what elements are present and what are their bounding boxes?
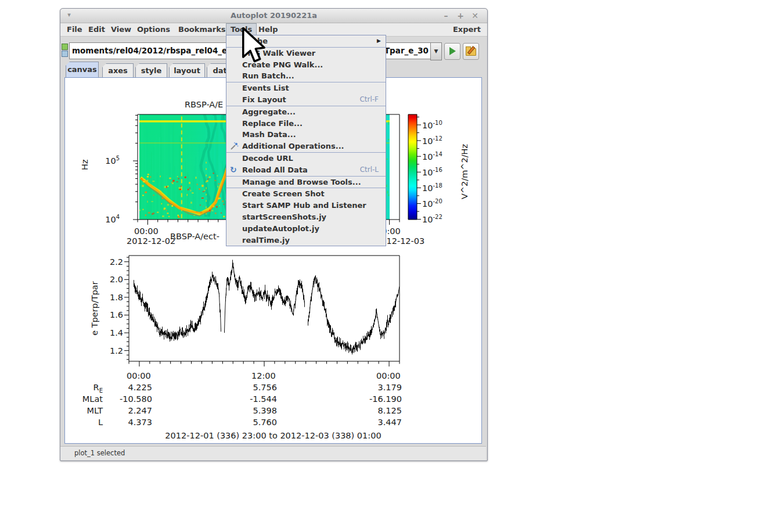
shortcut-label: Ctrl-F — [359, 94, 379, 106]
menu-item-label: Decode URL — [242, 154, 293, 163]
window-title: Autoplot 20190221a — [60, 11, 487, 20]
table-value: 5.760 — [231, 418, 277, 427]
tab-canvas[interactable]: canvas — [66, 62, 99, 77]
uri-dropdown-button[interactable]: ▼ — [430, 42, 442, 60]
menu-item-updateautoplot-jy[interactable]: updateAutoplot.jy — [226, 223, 386, 235]
tab-style-label: style — [141, 66, 162, 75]
menu-item-label: Aggregate... — [242, 107, 296, 116]
minimize-button[interactable]: – — [441, 10, 451, 21]
menu-options[interactable]: Options — [133, 23, 174, 36]
magic-wand-icon — [230, 142, 239, 151]
tools-menu-popup: Cache▶ PNG Walk Viewer Create PNG Walk..… — [226, 35, 386, 246]
menu-item-label: realTime.jy — [242, 236, 290, 245]
table-value: 4.225 — [106, 383, 152, 392]
menu-item-label: Manage and Browse Tools... — [242, 178, 361, 186]
colorbar[interactable] — [408, 114, 417, 220]
plot1-ytick-1e4: 104 — [93, 214, 120, 224]
table-value: 5.398 — [231, 406, 277, 415]
mouse-cursor — [241, 27, 269, 66]
plot2-ytick-5: 1.2 — [96, 346, 123, 355]
table-value: 3.179 — [355, 383, 402, 392]
time-range-label: 2012-12-01 (336) 23:00 to 2012-12-03 (33… — [64, 431, 482, 440]
menu-item-label: Create Screen Shot — [242, 189, 325, 198]
table-label-l: L — [68, 418, 103, 427]
table-label-mlt: MLT — [68, 406, 103, 415]
plot2-ytick-0: 2.2 — [96, 257, 123, 267]
inspect-uri-button[interactable] — [463, 43, 479, 60]
tab-layout[interactable]: layout — [169, 63, 205, 77]
table-value: 8.125 — [355, 406, 402, 415]
tab-axes[interactable]: axes — [102, 63, 134, 77]
menu-item-realtime-jy[interactable]: realTime.jy — [226, 235, 386, 246]
table-value: 4.373 — [106, 418, 152, 427]
plot2-ytick-3: 1.6 — [96, 310, 123, 319]
tab-layout-label: layout — [174, 66, 200, 75]
desktop: ▾ Autoplot 20190221a – + ✕ File Edit Vie… — [0, 0, 781, 532]
chevron-down-icon: ▼ — [434, 48, 438, 54]
menu-item-decode-url[interactable]: Decode URL — [226, 153, 386, 164]
tab-axes-label: axes — [108, 66, 128, 75]
shortcut-label: Ctrl-L — [360, 164, 379, 176]
close-button[interactable]: ✕ — [470, 10, 480, 21]
menu-item-create-screen-shot[interactable]: Create Screen Shot — [226, 188, 386, 200]
status-text: plot_1 selected — [74, 449, 125, 457]
datasource-type-icon-blue[interactable] — [62, 51, 68, 57]
menu-item-run-batch[interactable]: Run Batch... — [226, 70, 386, 82]
table-value: -10.580 — [106, 394, 152, 404]
plot2-xtick-2: 00:00 — [376, 371, 401, 380]
status-bar: plot_1 selected — [60, 446, 486, 460]
tab-style[interactable]: style — [135, 63, 167, 77]
reload-icon: ↻ — [230, 166, 239, 175]
table-label-re: RE — [68, 383, 103, 394]
menu-item-label: Mash Data... — [242, 130, 296, 139]
datasource-type-icon-green[interactable] — [62, 44, 68, 50]
menu-item-startscreenshots-jy[interactable]: startScreenShots.jy — [226, 211, 386, 223]
plot1-ylabel: Hz — [80, 153, 89, 170]
menu-item-label: updateAutoplot.jy — [242, 224, 319, 233]
colorbar-tick-0: 10-10 — [422, 120, 442, 130]
menu-file[interactable]: File — [63, 23, 87, 36]
table-value: 5.756 — [231, 383, 277, 392]
colorbar-tick-2: 10-14 — [422, 151, 442, 161]
menu-bookmarks[interactable]: Bookmarks — [174, 23, 230, 36]
plot2-xtick-1: 12:00 — [251, 371, 276, 380]
colorbar-label: V^2/m^2/Hz — [460, 135, 469, 199]
expert-mode-label[interactable]: Expert — [449, 23, 485, 36]
plot1-title: RBSP-A/E — [185, 100, 223, 109]
menu-item-additional-operations[interactable]: Additional Operations... — [226, 141, 386, 152]
menu-item-label: Start SAMP Hub and Listener — [242, 201, 366, 210]
plot2-xtick-0: 00:00 — [127, 371, 151, 380]
table-value: -16.190 — [355, 394, 402, 404]
menu-view[interactable]: View — [107, 23, 135, 36]
menu-item-label: Additional Operations... — [242, 142, 344, 150]
timeseries-plot[interactable] — [129, 256, 400, 361]
table-label-mlat: MLat — [68, 394, 103, 404]
menu-item-reload-all-data[interactable]: ↻ Reload All Data Ctrl-L — [226, 164, 386, 176]
go-play-button[interactable] — [444, 43, 460, 60]
table-value: 2.247 — [106, 406, 152, 415]
colorbar-tick-3: 10-16 — [422, 167, 442, 177]
menu-item-events-list[interactable]: Events List — [226, 82, 386, 94]
maximize-button[interactable]: + — [455, 10, 466, 21]
menu-item-aggregate[interactable]: Aggregate... — [226, 106, 386, 118]
menu-item-label: Replace File... — [242, 119, 303, 128]
plot1-xtick-left-time: 00:00 — [134, 227, 159, 236]
colorbar-tick-5: 10-20 — [422, 198, 442, 209]
menu-item-replace-file[interactable]: Replace File... — [226, 118, 386, 130]
menu-item-fix-layout[interactable]: Fix LayoutCtrl-F — [226, 94, 386, 106]
title-bar[interactable]: ▾ Autoplot 20190221a – + ✕ — [60, 9, 487, 23]
plot2-ytick-2: 1.8 — [96, 293, 123, 302]
menu-item-mash-data[interactable]: Mash Data... — [226, 129, 386, 141]
menu-item-start-samp-hub[interactable]: Start SAMP Hub and Listener — [226, 200, 386, 211]
menu-item-manage-browse-tools[interactable]: Manage and Browse Tools... — [226, 177, 386, 188]
plot1-ytick-1e5: 105 — [93, 155, 120, 166]
menu-item-label: Events List — [242, 84, 289, 92]
menu-item-label: Reload All Data — [242, 166, 308, 174]
menu-item-label: startScreenShots.jy — [242, 213, 326, 221]
submenu-arrow-icon: ▶ — [377, 35, 381, 47]
colorbar-tick-6: 10-22 — [422, 214, 442, 224]
colorbar-tick-4: 10-18 — [422, 182, 442, 193]
menu-item-label: Fix Layout — [242, 95, 286, 104]
menu-edit[interactable]: Edit — [84, 23, 109, 36]
plot2-ytick-4: 1.4 — [96, 328, 123, 337]
